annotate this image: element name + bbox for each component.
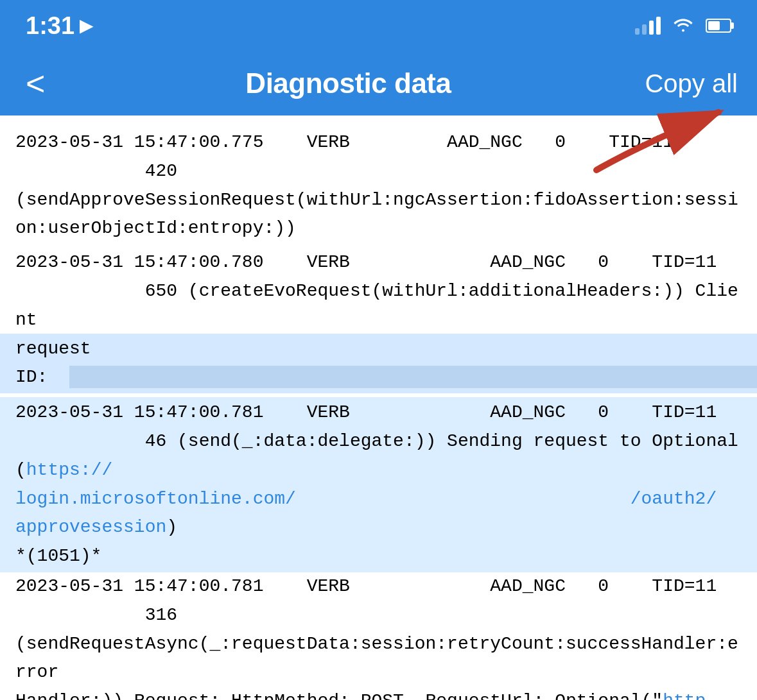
status-icons <box>635 16 731 36</box>
nav-bar: < Diagnostic data Copy all <box>0 51 757 115</box>
log-line: Handler:)) Request: HttpMethod: POST, Re… <box>15 687 742 700</box>
url-link[interactable]: https:// <box>15 691 706 700</box>
request-id-row: request ID: <box>0 334 757 394</box>
log-entry-2: 2023-05-31 15:47:00.780 VERB AAD_NGC 0 T… <box>15 248 742 393</box>
log-line: 2023-05-31 15:47:00.780 VERB AAD_NGC 0 T… <box>15 248 742 277</box>
log-line: 2023-05-31 15:47:00.775 VERB AAD_NGC 0 T… <box>15 128 742 157</box>
log-line: (sendApproveSessionRequest(withUrl:ngcAs… <box>15 186 742 244</box>
log-line: approvesession) <box>15 513 742 542</box>
url-link[interactable]: login.microsoftonline.com/ <box>15 489 296 509</box>
log-line: 2023-05-31 15:47:00.781 VERB AAD_NGC 0 T… <box>15 572 742 601</box>
page-wrapper: 1:31 ▶ <box>0 0 757 700</box>
log-line: *(1051)* <box>15 542 742 571</box>
url-link[interactable]: /oauth2/ <box>631 489 717 509</box>
signal-bars-icon <box>635 17 661 35</box>
url-link[interactable]: https:// <box>26 460 112 480</box>
url-link[interactable]: approvesession <box>15 517 166 537</box>
wifi-icon <box>672 16 694 36</box>
log-entry-4: 2023-05-31 15:47:00.781 VERB AAD_NGC 0 T… <box>15 572 742 700</box>
page-title: Diagnostic data <box>245 67 451 99</box>
log-line: 650 (createEvoRequest(withUrl:additional… <box>15 277 742 335</box>
log-line: 46 (send(_:data:delegate:)) Sending requ… <box>15 427 742 485</box>
log-line: login.microsoftonline.com/ /oauth2/ <box>15 485 742 514</box>
log-line: 420 <box>15 157 742 186</box>
status-bar: 1:31 ▶ <box>0 0 757 51</box>
log-entry-3: 2023-05-31 15:47:00.781 VERB AAD_NGC 0 T… <box>0 397 757 572</box>
diagnostic-log-content: 2023-05-31 15:47:00.775 VERB AAD_NGC 0 T… <box>0 115 757 700</box>
log-line: (sendRequestAsync(_:requestData:session:… <box>15 630 742 688</box>
copy-all-button[interactable]: Copy all <box>645 69 738 98</box>
back-button[interactable]: < <box>19 67 51 100</box>
location-arrow-icon: ▶ <box>80 16 92 36</box>
battery-icon <box>706 19 731 33</box>
log-entry-1: 2023-05-31 15:47:00.775 VERB AAD_NGC 0 T… <box>15 128 742 243</box>
log-line: 316 <box>15 601 742 630</box>
time-display: 1:31 <box>26 12 74 40</box>
status-time: 1:31 ▶ <box>26 12 92 40</box>
log-line: 2023-05-31 15:47:00.781 VERB AAD_NGC 0 T… <box>15 398 742 427</box>
